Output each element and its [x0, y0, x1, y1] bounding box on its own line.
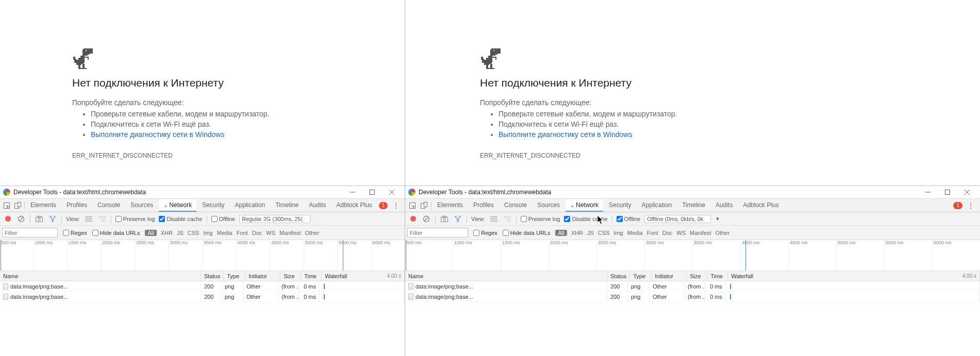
- filter-input[interactable]: [2, 228, 58, 238]
- filter-type[interactable]: Font: [647, 230, 658, 236]
- throttle-select[interactable]: Offline (0ms, 0kb/s, 0k: [644, 215, 711, 223]
- filter-type[interactable]: CSS: [598, 230, 610, 236]
- tab-network[interactable]: Network: [566, 199, 603, 212]
- col-type[interactable]: Type: [630, 271, 652, 281]
- table-row[interactable]: data:image/png;base... 200 png Other (fr…: [0, 292, 405, 302]
- col-initiator[interactable]: Initiator: [245, 271, 280, 281]
- filter-type-all[interactable]: All: [555, 230, 567, 236]
- maximize-button[interactable]: [362, 186, 382, 199]
- devtools-titlebar[interactable]: Developer Tools - data:text/html,chromew…: [0, 186, 405, 199]
- tab-elements[interactable]: Elements: [433, 199, 468, 212]
- hide-data-urls-checkbox[interactable]: Hide data URLs: [92, 230, 140, 236]
- network-overview[interactable]: 500 ms 1000 ms 1500 ms 2000 ms 2500 ms 3…: [0, 240, 405, 271]
- filter-icon[interactable]: [453, 214, 462, 224]
- tab-elements[interactable]: Elements: [26, 199, 61, 212]
- col-time[interactable]: Time: [301, 271, 322, 281]
- hide-data-urls-checkbox[interactable]: Hide data URLs: [503, 230, 551, 236]
- tab-security[interactable]: Security: [197, 199, 229, 212]
- col-size[interactable]: Size: [280, 271, 301, 281]
- regex-checkbox[interactable]: Regex: [63, 230, 87, 236]
- device-toggle-icon[interactable]: [14, 201, 22, 210]
- capture-screenshot-icon[interactable]: [440, 214, 449, 224]
- tab-console[interactable]: Console: [500, 199, 531, 212]
- tab-application[interactable]: Application: [230, 199, 270, 212]
- filter-type[interactable]: Doc: [252, 230, 262, 236]
- filter-type[interactable]: Media: [627, 230, 643, 236]
- close-button[interactable]: [957, 186, 977, 199]
- filter-type[interactable]: WS: [676, 230, 686, 236]
- tab-adblock[interactable]: Adblock Plus: [331, 199, 376, 212]
- filter-icon[interactable]: [48, 214, 57, 224]
- clear-icon[interactable]: [422, 214, 431, 224]
- diagnostics-link[interactable]: Выполните диагностику сети в Windows: [499, 130, 632, 139]
- close-button[interactable]: [382, 186, 402, 199]
- filter-type[interactable]: Manifest: [279, 230, 301, 236]
- tab-network[interactable]: Network: [159, 199, 196, 212]
- disable-cache-checkbox[interactable]: Disable cache: [159, 216, 202, 222]
- record-button[interactable]: [3, 214, 12, 224]
- view-list-icon[interactable]: [489, 214, 499, 224]
- col-size[interactable]: Size: [687, 271, 707, 281]
- filter-type[interactable]: Media: [217, 230, 232, 236]
- filter-type[interactable]: Other: [305, 230, 320, 236]
- filter-type[interactable]: Img: [203, 230, 212, 236]
- maximize-button[interactable]: [938, 186, 957, 199]
- tab-adblock[interactable]: Adblock Plus: [738, 199, 783, 212]
- disable-cache-checkbox[interactable]: Disable cache: [564, 216, 607, 222]
- table-row[interactable]: data:image/png;base... 200 png Other (fr…: [0, 281, 405, 292]
- col-status[interactable]: Status: [607, 271, 630, 281]
- tab-timeline[interactable]: Timeline: [677, 199, 710, 212]
- preserve-log-checkbox[interactable]: Preserve log: [115, 216, 155, 222]
- tab-sources[interactable]: Sources: [533, 199, 564, 212]
- filter-type[interactable]: Other: [716, 230, 730, 236]
- filter-type[interactable]: Font: [237, 230, 248, 236]
- tab-application[interactable]: Application: [637, 199, 676, 212]
- devtools-titlebar[interactable]: Developer Tools - data:text/html,chromew…: [405, 186, 980, 199]
- regex-checkbox[interactable]: Regex: [473, 230, 497, 236]
- col-initiator[interactable]: Initiator: [652, 271, 687, 281]
- filter-type[interactable]: Img: [613, 230, 623, 236]
- col-type[interactable]: Type: [224, 271, 245, 281]
- filter-type[interactable]: WS: [266, 230, 275, 236]
- col-waterfall[interactable]: Waterfall4.00 s: [728, 271, 980, 281]
- diagnostics-link[interactable]: Выполните диагностику сети в Windows: [91, 130, 224, 139]
- filter-type[interactable]: Manifest: [690, 230, 711, 236]
- filter-type[interactable]: JS: [177, 230, 184, 236]
- tab-audits[interactable]: Audits: [711, 199, 737, 212]
- filter-type[interactable]: CSS: [188, 230, 200, 236]
- table-row[interactable]: data:image/png;base... 200 png Other (fr…: [405, 292, 980, 302]
- offline-checkbox[interactable]: Offline: [617, 216, 641, 222]
- capture-screenshot-icon[interactable]: [35, 214, 44, 224]
- clear-icon[interactable]: [16, 214, 26, 224]
- minimize-button[interactable]: [343, 186, 362, 199]
- preserve-log-checkbox[interactable]: Preserve log: [521, 216, 560, 222]
- col-status[interactable]: Status: [201, 271, 224, 281]
- record-button[interactable]: [408, 214, 418, 224]
- filter-type[interactable]: XHR: [161, 230, 173, 236]
- filter-type[interactable]: JS: [587, 230, 594, 236]
- error-count-badge[interactable]: 1: [953, 202, 962, 209]
- device-toggle-icon[interactable]: [420, 201, 428, 210]
- col-name[interactable]: Name: [0, 271, 201, 281]
- error-count-badge[interactable]: 1: [379, 202, 388, 209]
- inspect-icon[interactable]: [408, 201, 417, 210]
- filter-input[interactable]: [407, 228, 468, 238]
- throttle-select[interactable]: Regular 2G (300ms, 25(: [239, 215, 310, 223]
- col-name[interactable]: Name: [405, 271, 607, 281]
- tab-timeline[interactable]: Timeline: [271, 199, 303, 212]
- filter-type-all[interactable]: All: [145, 230, 156, 236]
- view-frame-icon[interactable]: [503, 214, 512, 224]
- tab-security[interactable]: Security: [604, 199, 636, 212]
- filter-type[interactable]: Doc: [662, 230, 673, 236]
- more-icon[interactable]: ⋮: [392, 201, 400, 210]
- view-frame-icon[interactable]: [97, 214, 107, 224]
- tab-profiles[interactable]: Profiles: [469, 199, 499, 212]
- tab-console[interactable]: Console: [93, 199, 125, 212]
- tab-profiles[interactable]: Profiles: [62, 199, 92, 212]
- col-waterfall[interactable]: Waterfall4.00 s: [322, 271, 405, 281]
- tab-audits[interactable]: Audits: [304, 199, 330, 212]
- col-time[interactable]: Time: [707, 271, 728, 281]
- offline-checkbox[interactable]: Offline: [211, 216, 236, 222]
- inspect-icon[interactable]: [3, 201, 11, 210]
- view-list-icon[interactable]: [84, 214, 93, 224]
